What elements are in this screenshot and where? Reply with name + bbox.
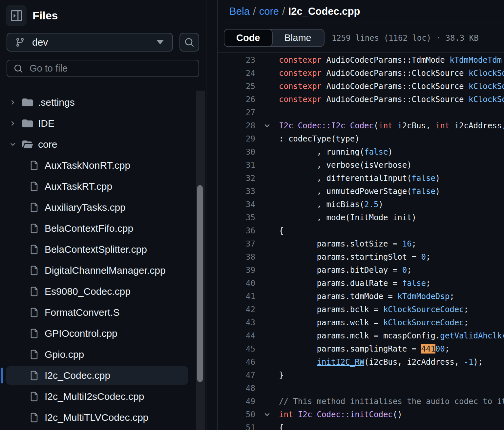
code-line: 43 params.wclk = kClockSourceCodec; <box>218 316 504 329</box>
line-number[interactable]: 47 <box>218 371 255 380</box>
tree-item-I2c_MultiI2sCodec.cpp[interactable]: I2c_MultiI2sCodec.cpp <box>0 386 195 407</box>
tree-item-Gpio.cpp[interactable]: Gpio.cpp <box>0 344 195 365</box>
code-line: 35 , mode(InitMode_init) <box>218 211 504 224</box>
tree-item-label: core <box>38 139 57 150</box>
tree-item-FormatConvert.S[interactable]: FormatConvert.S <box>0 302 195 323</box>
chevron-down-icon[interactable] <box>9 141 16 148</box>
line-number[interactable]: 50 <box>218 410 255 419</box>
line-number[interactable]: 45 <box>218 344 255 354</box>
line-number[interactable]: 51 <box>218 423 255 430</box>
line-number[interactable]: 36 <box>218 226 255 235</box>
code-line-text: initI2C_RW(i2cBus, i2cAddress, -1); <box>279 355 483 369</box>
file-icon <box>29 349 45 360</box>
tab-code[interactable]: Code <box>224 29 273 47</box>
breadcrumb-dir-link[interactable]: core <box>259 6 279 17</box>
tree-item-label: AuxTaskRT.cpp <box>45 181 112 192</box>
tree-item-core[interactable]: core <box>0 134 195 155</box>
search-match-highlight: 441 <box>421 344 435 354</box>
line-number[interactable]: 31 <box>218 161 255 170</box>
line-number[interactable]: 27 <box>218 108 255 117</box>
fold-chevron-icon[interactable] <box>255 411 279 419</box>
line-number[interactable]: 37 <box>218 239 255 248</box>
sidebar-scrollbar-thumb[interactable] <box>197 185 203 382</box>
line-number[interactable]: 23 <box>218 55 255 65</box>
line-number[interactable]: 46 <box>218 357 255 367</box>
code-line-text: , differentialInput(false) <box>279 172 440 185</box>
line-number[interactable]: 49 <box>218 397 255 406</box>
tree-item-GPIOcontrol.cpp[interactable]: GPIOcontrol.cpp <box>0 323 195 344</box>
code-line-text: params.mclk = mcaspConfig.getValidAhclk( <box>279 329 504 342</box>
code-line: 51{ <box>218 421 504 430</box>
tree-item-IDE[interactable]: IDE <box>0 113 195 134</box>
line-number[interactable]: 30 <box>218 147 255 157</box>
line-number[interactable]: 44 <box>218 331 255 340</box>
code-line: 37 params.slotSize = 16; <box>218 237 504 250</box>
file-meta-info: 1259 lines (1162 loc) · 38.3 KB <box>332 33 479 43</box>
tree-item-AuxTaskRT.cpp[interactable]: AuxTaskRT.cpp <box>0 176 195 197</box>
search-button[interactable] <box>179 33 199 52</box>
breadcrumb-separator: / <box>250 6 259 17</box>
code-line: 36{ <box>218 224 504 237</box>
search-icon <box>184 37 194 47</box>
file-icon <box>29 370 45 381</box>
tab-blame[interactable]: Blame <box>272 29 324 47</box>
tree-item-I2c_MultiTLVCodec.cpp[interactable]: I2c_MultiTLVCodec.cpp <box>0 407 195 428</box>
line-number[interactable]: 25 <box>218 82 255 91</box>
tree-item-label: Es9080_Codec.cpp <box>45 286 131 297</box>
line-number[interactable]: 48 <box>218 384 255 393</box>
tree-item-label: AuxTaskNonRT.cpp <box>45 160 130 171</box>
go-to-file-input[interactable]: Go to file <box>7 60 199 77</box>
code-line: 29: codecType(type) <box>218 132 504 145</box>
chevron-right-icon[interactable] <box>9 99 16 106</box>
tree-item-Es9080_Codec.cpp[interactable]: Es9080_Codec.cpp <box>0 281 195 302</box>
code-line-text: params.wclk = kClockSourceCodec; <box>279 316 469 329</box>
code-line-text: params.bclk = kClockSourceCodec; <box>279 303 469 316</box>
tree-item-.settings[interactable]: .settings <box>0 92 195 113</box>
tree-item-AuxTaskNonRT.cpp[interactable]: AuxTaskNonRT.cpp <box>0 155 195 176</box>
line-number[interactable]: 38 <box>218 252 255 262</box>
code-blame-switch: Code Blame <box>224 29 325 47</box>
line-number[interactable]: 32 <box>218 174 255 183</box>
line-number[interactable]: 42 <box>218 305 255 314</box>
breadcrumb-repo-link[interactable]: Bela <box>229 6 250 17</box>
code-line: 45 params.samplingRate = 44100; <box>218 342 504 355</box>
code-line: 31 , verbose(isVerbose) <box>218 159 504 172</box>
line-number[interactable]: 35 <box>218 213 255 222</box>
code-line: 39 params.bitDelay = 0; <box>218 264 504 277</box>
file-icon <box>29 286 45 297</box>
code-line-text: constexpr AudioCodecParams::ClockSource … <box>279 93 504 106</box>
tree-item-label: I2c_Codec.cpp <box>45 370 110 381</box>
line-number[interactable]: 33 <box>218 187 255 196</box>
line-number[interactable]: 26 <box>218 95 255 104</box>
code-line: 47} <box>218 369 504 382</box>
go-to-file-placeholder: Go to file <box>30 63 68 74</box>
line-number[interactable]: 40 <box>218 279 255 288</box>
line-number[interactable]: 43 <box>218 318 255 327</box>
tree-item-BelaContextSplitter.cpp[interactable]: BelaContextSplitter.cpp <box>0 239 195 260</box>
code-line: 44 params.mclk = mcaspConfig.getValidAhc… <box>218 329 504 342</box>
line-number[interactable]: 41 <box>218 292 255 301</box>
code-line-text: params.dualRate = false; <box>279 277 430 290</box>
code-line: 41 params.tdmMode = kTdmModeDsp; <box>218 290 504 303</box>
line-number[interactable]: 24 <box>218 69 255 78</box>
tree-item-label: .settings <box>38 97 75 108</box>
line-number[interactable]: 29 <box>218 134 255 143</box>
code-line-text: , verbose(isVerbose) <box>279 159 412 172</box>
sidebar-header: Files <box>0 0 206 26</box>
tree-item-DigitalChannelManager.cpp[interactable]: DigitalChannelManager.cpp <box>0 260 195 281</box>
tree-item-label: BelaContextFifo.cpp <box>45 223 133 234</box>
tree-item-I2c_Codec.cpp[interactable]: I2c_Codec.cpp <box>0 365 195 386</box>
sidebar-title: Files <box>32 9 58 22</box>
line-number[interactable]: 28 <box>218 121 255 130</box>
branch-selector[interactable]: dev <box>7 33 173 52</box>
line-number[interactable]: 34 <box>218 200 255 209</box>
search-icon <box>14 64 23 73</box>
code-line-text: : codecType(type) <box>279 132 360 145</box>
collapse-sidebar-button[interactable] <box>6 5 27 26</box>
tree-item-AuxiliaryTasks.cpp[interactable]: AuxiliaryTasks.cpp <box>0 197 195 218</box>
line-number[interactable]: 39 <box>218 266 255 275</box>
chevron-right-icon[interactable] <box>9 120 16 127</box>
fold-chevron-icon[interactable] <box>255 122 279 130</box>
tree-item-BelaContextFifo.cpp[interactable]: BelaContextFifo.cpp <box>0 218 195 239</box>
code-line: 33 , unmutedPowerStage(false) <box>218 185 504 198</box>
